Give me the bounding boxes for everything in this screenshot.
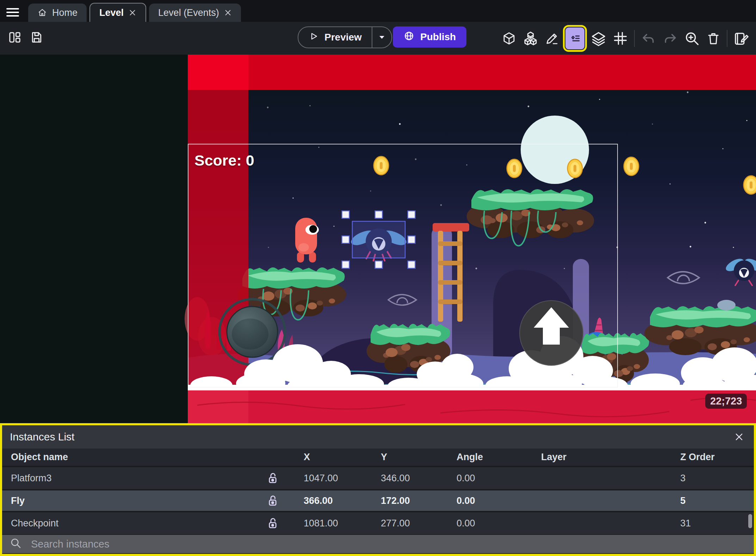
table-row[interactable]: Platform3 1047.00 346.00 0.00 3 <box>2 467 754 489</box>
object-groups-icon[interactable] <box>522 30 539 47</box>
column-header-name[interactable]: Object name <box>2 452 249 463</box>
search-bar <box>2 535 754 553</box>
publish-label: Publish <box>420 31 456 43</box>
undo-icon[interactable] <box>641 31 656 46</box>
instance-zorder: 31 <box>673 518 754 529</box>
scene-editor-canvas[interactable]: Score: 0 22;723 <box>0 55 756 423</box>
tab-level-label: Level <box>99 7 124 18</box>
instance-x: 366.00 <box>296 495 373 506</box>
instance-zorder: 3 <box>673 473 754 484</box>
search-instances-input[interactable] <box>30 538 746 550</box>
instances-list-icon[interactable] <box>565 27 584 49</box>
tab-home[interactable]: Home <box>28 4 87 22</box>
unlock-icon[interactable] <box>249 471 296 485</box>
close-tab-icon[interactable] <box>129 9 136 17</box>
preview-label: Preview <box>324 32 362 43</box>
stone <box>717 300 736 310</box>
bottom-red-band <box>188 390 756 423</box>
instance-angle: 0.00 <box>449 473 534 484</box>
jump-button[interactable] <box>520 301 583 365</box>
column-header-y[interactable]: Y <box>373 452 449 463</box>
instance-x: 1081.00 <box>296 518 373 529</box>
layers-icon[interactable] <box>590 30 607 47</box>
instance-x: 1047.00 <box>296 473 373 484</box>
close-panel-icon[interactable] <box>732 432 746 442</box>
divider <box>727 30 727 47</box>
coin[interactable] <box>624 157 639 175</box>
home-icon <box>37 8 47 18</box>
scene-toolbar: Preview Publish <box>0 22 756 55</box>
instance-y: 346.00 <box>373 473 449 484</box>
table-header: Object name X Y Angle Layer Z Order <box>2 449 754 466</box>
search-icon <box>10 537 22 551</box>
scene-properties-icon[interactable] <box>733 30 750 47</box>
instance-name: Platform3 <box>2 473 249 484</box>
instance-name: Fly <box>2 495 249 506</box>
play-icon <box>308 31 319 44</box>
instance-zorder: 5 <box>673 495 754 506</box>
instance-angle: 0.00 <box>449 518 534 529</box>
zoom-in-icon[interactable] <box>684 30 700 47</box>
preview-options-chevron-down-icon[interactable] <box>372 27 391 48</box>
scrollbar-thumb[interactable] <box>748 514 752 528</box>
column-header-zorder[interactable]: Z Order <box>673 452 754 463</box>
column-header-angle[interactable]: Angle <box>449 452 534 463</box>
score-text-object[interactable]: Score: 0 <box>194 152 254 169</box>
tab-home-label: Home <box>52 7 78 18</box>
main-menu-icon[interactable] <box>5 5 20 18</box>
unlock-icon[interactable] <box>249 494 296 508</box>
tab-level[interactable]: Level <box>89 3 146 22</box>
instance-y: 172.00 <box>373 495 449 506</box>
table-row[interactable]: Checkpoint 1081.00 277.00 0.00 31 <box>2 512 754 534</box>
scene-artwork <box>0 55 756 423</box>
coin[interactable] <box>744 176 756 194</box>
panel-layout-icon[interactable] <box>8 30 22 44</box>
column-header-layer[interactable]: Layer <box>534 452 673 463</box>
trash-icon[interactable] <box>706 31 721 46</box>
tab-level-events-label: Level (Events) <box>158 7 219 18</box>
table-row-selected[interactable]: Fly 366.00 172.00 0.00 5 <box>2 490 754 511</box>
redo-icon[interactable] <box>662 31 678 46</box>
instance-angle: 0.00 <box>449 495 534 506</box>
instance-name: Checkpoint <box>2 518 249 529</box>
save-icon[interactable] <box>30 30 44 44</box>
column-header-x[interactable]: X <box>296 452 373 463</box>
divider <box>634 30 635 47</box>
publish-button[interactable]: Publish <box>393 26 466 48</box>
objects-list-cube-icon[interactable] <box>502 31 516 46</box>
close-tab-icon[interactable] <box>224 9 232 17</box>
instances-list-panel: Instances List Object name X Y Angle Lay… <box>0 423 756 556</box>
tab-level-events[interactable]: Level (Events) <box>149 4 241 22</box>
coin[interactable] <box>568 159 582 178</box>
preview-split-button: Preview <box>298 26 392 48</box>
grid-icon[interactable] <box>613 31 628 46</box>
preview-button[interactable]: Preview <box>298 27 372 48</box>
tab-bar: Home Level Level (Events) <box>0 0 756 22</box>
edit-scene-pencil-icon[interactable] <box>545 31 559 46</box>
unlock-icon[interactable] <box>249 516 296 530</box>
cursor-coordinates-badge: 22;723 <box>705 394 747 409</box>
coin[interactable] <box>374 156 389 175</box>
coin[interactable] <box>507 159 522 178</box>
panel-title: Instances List <box>10 431 74 443</box>
gdevelop-editor-window: Home Level Level (Events) Prev <box>0 0 756 556</box>
globe-icon <box>403 30 415 44</box>
instance-y: 277.00 <box>373 518 449 529</box>
